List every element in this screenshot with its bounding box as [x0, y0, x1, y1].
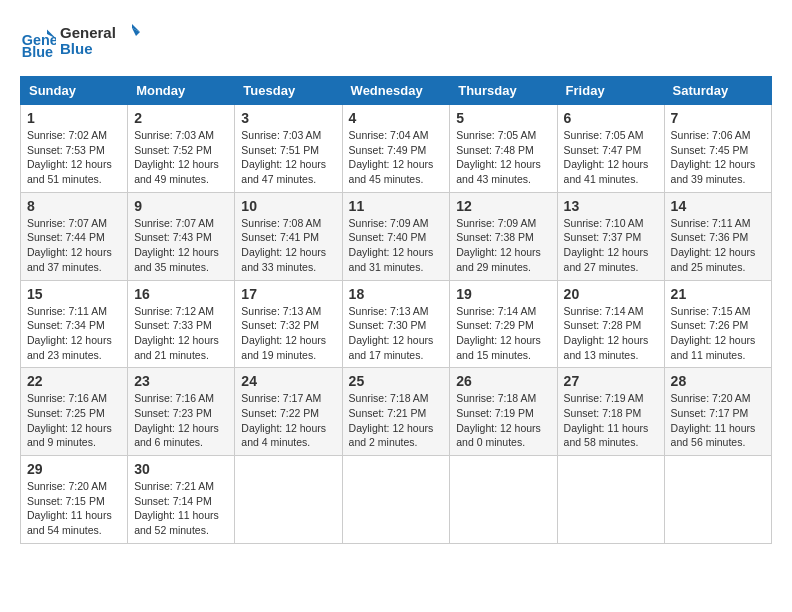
- day-info: Sunrise: 7:19 AMSunset: 7:18 PMDaylight:…: [564, 391, 658, 450]
- day-number: 2: [134, 110, 228, 126]
- calendar-cell: 27Sunrise: 7:19 AMSunset: 7:18 PMDayligh…: [557, 368, 664, 456]
- day-info: Sunrise: 7:03 AMSunset: 7:51 PMDaylight:…: [241, 128, 335, 187]
- calendar-cell: 17Sunrise: 7:13 AMSunset: 7:32 PMDayligh…: [235, 280, 342, 368]
- calendar-cell: 12Sunrise: 7:09 AMSunset: 7:38 PMDayligh…: [450, 192, 557, 280]
- day-info: Sunrise: 7:05 AMSunset: 7:47 PMDaylight:…: [564, 128, 658, 187]
- day-info: Sunrise: 7:07 AMSunset: 7:43 PMDaylight:…: [134, 216, 228, 275]
- day-info: Sunrise: 7:12 AMSunset: 7:33 PMDaylight:…: [134, 304, 228, 363]
- day-info: Sunrise: 7:11 AMSunset: 7:36 PMDaylight:…: [671, 216, 765, 275]
- day-number: 10: [241, 198, 335, 214]
- calendar-cell: [235, 456, 342, 544]
- day-info: Sunrise: 7:07 AMSunset: 7:44 PMDaylight:…: [27, 216, 121, 275]
- day-info: Sunrise: 7:05 AMSunset: 7:48 PMDaylight:…: [456, 128, 550, 187]
- svg-text:Blue: Blue: [22, 44, 53, 60]
- day-info: Sunrise: 7:17 AMSunset: 7:22 PMDaylight:…: [241, 391, 335, 450]
- day-number: 26: [456, 373, 550, 389]
- day-info: Sunrise: 7:03 AMSunset: 7:52 PMDaylight:…: [134, 128, 228, 187]
- day-number: 5: [456, 110, 550, 126]
- calendar-cell: 20Sunrise: 7:14 AMSunset: 7:28 PMDayligh…: [557, 280, 664, 368]
- day-info: Sunrise: 7:20 AMSunset: 7:15 PMDaylight:…: [27, 479, 121, 538]
- calendar-table: SundayMondayTuesdayWednesdayThursdayFrid…: [20, 76, 772, 544]
- day-info: Sunrise: 7:13 AMSunset: 7:32 PMDaylight:…: [241, 304, 335, 363]
- calendar-cell: 25Sunrise: 7:18 AMSunset: 7:21 PMDayligh…: [342, 368, 450, 456]
- calendar-cell: [342, 456, 450, 544]
- weekday-header-wednesday: Wednesday: [342, 77, 450, 105]
- day-info: Sunrise: 7:06 AMSunset: 7:45 PMDaylight:…: [671, 128, 765, 187]
- calendar-cell: 9Sunrise: 7:07 AMSunset: 7:43 PMDaylight…: [128, 192, 235, 280]
- calendar-week-1: 1Sunrise: 7:02 AMSunset: 7:53 PMDaylight…: [21, 105, 772, 193]
- calendar-cell: 30Sunrise: 7:21 AMSunset: 7:14 PMDayligh…: [128, 456, 235, 544]
- calendar-cell: 13Sunrise: 7:10 AMSunset: 7:37 PMDayligh…: [557, 192, 664, 280]
- day-number: 7: [671, 110, 765, 126]
- logo-svg: General Blue: [60, 20, 140, 62]
- day-number: 14: [671, 198, 765, 214]
- day-number: 28: [671, 373, 765, 389]
- calendar-cell: 7Sunrise: 7:06 AMSunset: 7:45 PMDaylight…: [664, 105, 771, 193]
- day-info: Sunrise: 7:10 AMSunset: 7:37 PMDaylight:…: [564, 216, 658, 275]
- calendar-cell: 14Sunrise: 7:11 AMSunset: 7:36 PMDayligh…: [664, 192, 771, 280]
- calendar-week-5: 29Sunrise: 7:20 AMSunset: 7:15 PMDayligh…: [21, 456, 772, 544]
- day-number: 13: [564, 198, 658, 214]
- calendar-cell: 1Sunrise: 7:02 AMSunset: 7:53 PMDaylight…: [21, 105, 128, 193]
- calendar-week-2: 8Sunrise: 7:07 AMSunset: 7:44 PMDaylight…: [21, 192, 772, 280]
- day-number: 11: [349, 198, 444, 214]
- weekday-header-tuesday: Tuesday: [235, 77, 342, 105]
- svg-text:Blue: Blue: [60, 40, 93, 57]
- day-info: Sunrise: 7:14 AMSunset: 7:29 PMDaylight:…: [456, 304, 550, 363]
- day-info: Sunrise: 7:16 AMSunset: 7:25 PMDaylight:…: [27, 391, 121, 450]
- day-number: 16: [134, 286, 228, 302]
- calendar-cell: 28Sunrise: 7:20 AMSunset: 7:17 PMDayligh…: [664, 368, 771, 456]
- day-number: 19: [456, 286, 550, 302]
- day-number: 25: [349, 373, 444, 389]
- day-number: 24: [241, 373, 335, 389]
- day-number: 15: [27, 286, 121, 302]
- calendar-cell: 8Sunrise: 7:07 AMSunset: 7:44 PMDaylight…: [21, 192, 128, 280]
- day-info: Sunrise: 7:09 AMSunset: 7:38 PMDaylight:…: [456, 216, 550, 275]
- calendar-cell: [664, 456, 771, 544]
- day-number: 21: [671, 286, 765, 302]
- svg-text:General: General: [60, 24, 116, 41]
- calendar-cell: 2Sunrise: 7:03 AMSunset: 7:52 PMDaylight…: [128, 105, 235, 193]
- day-number: 20: [564, 286, 658, 302]
- day-number: 29: [27, 461, 121, 477]
- calendar-cell: 21Sunrise: 7:15 AMSunset: 7:26 PMDayligh…: [664, 280, 771, 368]
- calendar-cell: 5Sunrise: 7:05 AMSunset: 7:48 PMDaylight…: [450, 105, 557, 193]
- day-number: 9: [134, 198, 228, 214]
- day-number: 17: [241, 286, 335, 302]
- day-number: 27: [564, 373, 658, 389]
- day-number: 3: [241, 110, 335, 126]
- day-number: 23: [134, 373, 228, 389]
- calendar-cell: 19Sunrise: 7:14 AMSunset: 7:29 PMDayligh…: [450, 280, 557, 368]
- calendar-week-3: 15Sunrise: 7:11 AMSunset: 7:34 PMDayligh…: [21, 280, 772, 368]
- day-info: Sunrise: 7:21 AMSunset: 7:14 PMDaylight:…: [134, 479, 228, 538]
- weekday-header-friday: Friday: [557, 77, 664, 105]
- day-info: Sunrise: 7:13 AMSunset: 7:30 PMDaylight:…: [349, 304, 444, 363]
- calendar-cell: 23Sunrise: 7:16 AMSunset: 7:23 PMDayligh…: [128, 368, 235, 456]
- day-number: 18: [349, 286, 444, 302]
- calendar-cell: 18Sunrise: 7:13 AMSunset: 7:30 PMDayligh…: [342, 280, 450, 368]
- day-number: 4: [349, 110, 444, 126]
- weekday-header-row: SundayMondayTuesdayWednesdayThursdayFrid…: [21, 77, 772, 105]
- calendar-cell: 3Sunrise: 7:03 AMSunset: 7:51 PMDaylight…: [235, 105, 342, 193]
- day-info: Sunrise: 7:08 AMSunset: 7:41 PMDaylight:…: [241, 216, 335, 275]
- calendar-cell: 16Sunrise: 7:12 AMSunset: 7:33 PMDayligh…: [128, 280, 235, 368]
- calendar-cell: 29Sunrise: 7:20 AMSunset: 7:15 PMDayligh…: [21, 456, 128, 544]
- weekday-header-saturday: Saturday: [664, 77, 771, 105]
- day-info: Sunrise: 7:20 AMSunset: 7:17 PMDaylight:…: [671, 391, 765, 450]
- day-info: Sunrise: 7:11 AMSunset: 7:34 PMDaylight:…: [27, 304, 121, 363]
- calendar-cell: 6Sunrise: 7:05 AMSunset: 7:47 PMDaylight…: [557, 105, 664, 193]
- logo-icon: General Blue: [20, 25, 56, 61]
- day-info: Sunrise: 7:15 AMSunset: 7:26 PMDaylight:…: [671, 304, 765, 363]
- calendar-cell: 15Sunrise: 7:11 AMSunset: 7:34 PMDayligh…: [21, 280, 128, 368]
- logo: General Blue General Blue: [20, 20, 140, 66]
- calendar-cell: 24Sunrise: 7:17 AMSunset: 7:22 PMDayligh…: [235, 368, 342, 456]
- weekday-header-sunday: Sunday: [21, 77, 128, 105]
- day-info: Sunrise: 7:04 AMSunset: 7:49 PMDaylight:…: [349, 128, 444, 187]
- day-info: Sunrise: 7:09 AMSunset: 7:40 PMDaylight:…: [349, 216, 444, 275]
- day-info: Sunrise: 7:02 AMSunset: 7:53 PMDaylight:…: [27, 128, 121, 187]
- day-number: 22: [27, 373, 121, 389]
- day-info: Sunrise: 7:14 AMSunset: 7:28 PMDaylight:…: [564, 304, 658, 363]
- calendar-cell: [450, 456, 557, 544]
- weekday-header-monday: Monday: [128, 77, 235, 105]
- calendar-cell: 22Sunrise: 7:16 AMSunset: 7:25 PMDayligh…: [21, 368, 128, 456]
